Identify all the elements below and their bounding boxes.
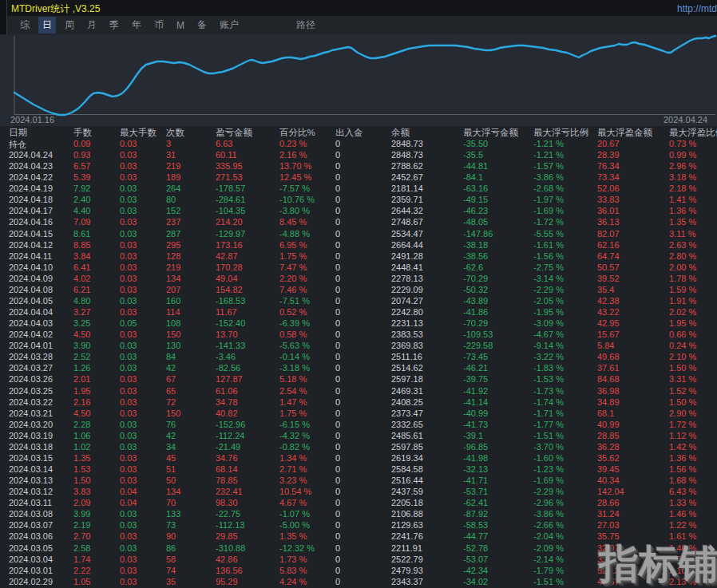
column-header[interactable]: 次数 <box>166 127 184 139</box>
column-header[interactable]: 最大浮盈金额 <box>597 127 652 139</box>
cell: 0.03 <box>120 520 137 530</box>
cell: -22.75 <box>216 509 240 519</box>
table-row[interactable]: 2024.03.112.090.047098.304.67 %02205.18-… <box>0 498 717 509</box>
table-row[interactable]: 2024.03.083.990.03133-22.75-1.07 %02106.… <box>0 509 717 520</box>
cell: -1.53 % <box>533 374 564 384</box>
table-row[interactable]: 2024.03.191.060.0342-112.24-4.32 %02485.… <box>0 431 717 442</box>
table-row[interactable]: 2024.04.174.400.03152-104.35-3.80 %02644… <box>0 206 717 217</box>
table-row[interactable]: 2024.04.113.840.0312842.871.75 %02491.28… <box>0 251 717 262</box>
column-header[interactable]: 最大手数 <box>120 127 156 139</box>
table-row[interactable]: 2024.04.197.920.03264-178.57-7.57 %02181… <box>0 184 717 195</box>
column-header[interactable]: 余额 <box>391 127 410 139</box>
table-row[interactable]: 2024.03.181.020.0334-21.49-0.82 %02597.8… <box>0 442 717 453</box>
row-date: 2024.04.05 <box>9 296 53 306</box>
menu-item-日[interactable]: 日 <box>38 17 56 34</box>
column-header[interactable]: 出入金 <box>335 127 363 139</box>
table-row[interactable]: 2024.04.240.930.033160.112.16 %02848.73-… <box>0 150 717 161</box>
table-row[interactable]: 2024.03.222.160.037234.781.47 %02408.25-… <box>0 397 717 408</box>
cell: 0 <box>335 374 340 384</box>
cell: -3.22 % <box>533 352 564 361</box>
url-link[interactable]: http://mtdr <box>677 3 717 14</box>
table-row[interactable]: 2024.04.094.020.0313449.042.20 %02278.13… <box>0 274 717 285</box>
cell: 1.46 % <box>669 509 696 519</box>
row-date: 2024.03.05 <box>9 543 53 553</box>
cell: 51 <box>166 464 176 474</box>
cell: 2229.09 <box>391 285 423 294</box>
table-row[interactable]: 2024.04.033.250.05108-152.40-6.39 %02231… <box>0 318 717 330</box>
cell: 73 <box>166 520 176 530</box>
menu-item-年[interactable]: 年 <box>128 17 145 34</box>
table-row[interactable]: 2024.04.236.570.03219335.9513.70 %02788.… <box>0 161 717 172</box>
cell: 0.03 <box>120 285 137 294</box>
menu-item-币[interactable]: 币 <box>150 17 168 34</box>
table-row[interactable]: 2024.03.251.950.036561.062.54 %02469.31-… <box>0 386 717 397</box>
table-row[interactable]: 2024.03.202.280.0376-152.96-6.15 %02332.… <box>0 420 717 431</box>
menu-item-备[interactable]: 备 <box>193 17 211 34</box>
cell: -10.76 % <box>279 195 315 204</box>
cell: 35 <box>166 577 176 586</box>
column-header[interactable]: 日期 <box>9 127 27 139</box>
column-header[interactable]: 最大浮亏金额 <box>463 127 518 139</box>
cell: 0 <box>335 217 340 227</box>
column-header[interactable]: 最大浮亏比例 <box>533 127 588 139</box>
table-row[interactable]: 2024.04.167.090.03237214.208.45 %02748.6… <box>0 217 717 228</box>
cell: 42.95 <box>597 318 620 328</box>
column-header[interactable]: 百分比% <box>279 127 315 139</box>
table-row[interactable]: 2024.04.225.390.03189271.5312.45 %02452.… <box>0 172 717 184</box>
cell: 0.03 <box>120 296 137 306</box>
cell: -229.58 <box>463 341 493 350</box>
title-bar[interactable]: MTDriver统计 ,V3.25 http://mtdr <box>7 0 717 16</box>
table-row[interactable]: 2024.04.054.800.03160-168.53-7.51 %02074… <box>0 296 717 307</box>
cell: -1.07 % <box>279 509 310 519</box>
cell: -112.24 <box>216 431 245 440</box>
cell: 13.70 <box>216 330 238 339</box>
table-row[interactable]: 2024.03.151.350.034534.761.34 %02619.34-… <box>0 453 717 464</box>
cell: 0.03 <box>120 554 137 564</box>
cell: -35.50 <box>463 139 488 148</box>
column-header[interactable]: 最大浮盈比例 <box>669 127 717 139</box>
cell: 170.28 <box>216 262 243 272</box>
table-row[interactable]: 2024.04.013.900.03130-141.33-5.63 %02369… <box>0 341 717 352</box>
cell: 2373.47 <box>391 408 423 418</box>
menu-item-账户[interactable]: 账户 <box>216 17 243 34</box>
menu-item-M[interactable]: M <box>172 18 188 33</box>
cell: -1.61 % <box>533 240 564 250</box>
menu-item-周[interactable]: 周 <box>61 17 78 34</box>
table-row[interactable]: 2024.03.072.190.0373-112.13-5.00 %02129.… <box>0 520 717 531</box>
cell: 73.34 <box>597 172 620 182</box>
column-header[interactable]: 盈亏金额 <box>216 127 252 139</box>
table-row[interactable]: 2024.04.106.410.03219170.287.47 %02448.4… <box>0 262 717 274</box>
table-row[interactable]: 持仓0.090.0336.630.23 %02848.73-35.50-1.21… <box>0 139 717 150</box>
row-date: 2024.03.04 <box>9 554 53 564</box>
table-row[interactable]: 2024.04.158.610.03287-129.97-4.88 %02534… <box>0 229 717 240</box>
menu-item-路径[interactable]: 路径 <box>292 17 319 34</box>
table-row[interactable]: 2024.03.262.010.0367127.875.18 %02597.18… <box>0 374 717 385</box>
menu-item-月[interactable]: 月 <box>83 17 101 34</box>
cell: 0.03 <box>120 274 137 283</box>
table-row[interactable]: 2024.04.086.210.03207154.827.46 %02229.0… <box>0 285 717 296</box>
table-row[interactable]: 2024.03.123.830.04134232.4110.54 %02437.… <box>0 487 717 498</box>
cell: 3.27 <box>73 307 90 317</box>
table-row[interactable]: 2024.03.214.500.0315040.821.75 %02373.47… <box>0 408 717 420</box>
table-row[interactable]: 2024.03.271.260.0342-82.56-3.18 %02514.6… <box>0 363 717 374</box>
table-row[interactable]: 2024.03.282.520.0384-3.46-0.14 %02511.16… <box>0 352 717 363</box>
table-row[interactable]: 2024.03.141.530.035168.142.71 %02584.58-… <box>0 464 717 476</box>
cell: -3.70 % <box>533 442 564 452</box>
column-header[interactable]: 手数 <box>73 127 92 139</box>
cell: 2074.27 <box>391 296 423 306</box>
table-row[interactable]: 2024.04.182.400.0380-284.61-10.76 %02359… <box>0 195 717 206</box>
table-row[interactable]: 2024.04.024.500.0315013.700.58 %02383.53… <box>0 330 717 341</box>
cell: -1.51 % <box>533 431 564 440</box>
cell: 2278.13 <box>391 274 423 283</box>
table-row[interactable]: 2024.03.131.500.035078.853.23 %02516.44-… <box>0 476 717 487</box>
cell: 4.24 % <box>279 577 307 586</box>
menu-item-综[interactable]: 综 <box>16 17 34 34</box>
menu-item-季[interactable]: 季 <box>105 17 123 34</box>
cell: 2332.65 <box>391 420 423 429</box>
cell: 2211.91 <box>391 543 422 553</box>
table-row[interactable]: 2024.04.043.270.0311411.670.52 %02242.80… <box>0 307 717 318</box>
cell: 232.41 <box>216 487 243 496</box>
cell: 4.80 <box>73 296 90 306</box>
cell: 2231.13 <box>391 318 423 328</box>
table-row[interactable]: 2024.04.128.850.03295173.166.95 %02664.4… <box>0 240 717 251</box>
